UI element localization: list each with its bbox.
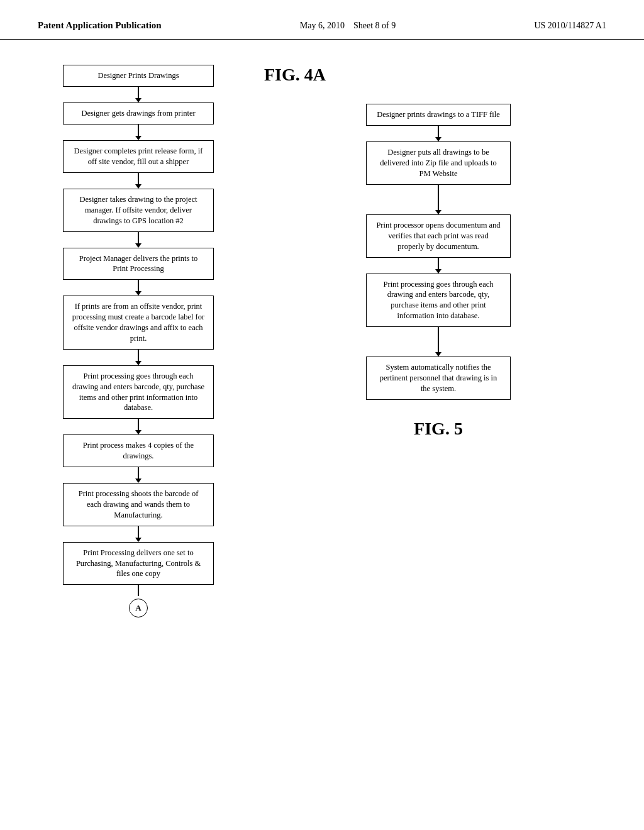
flow-box-8: Print processing shoots the barcode of e…	[63, 483, 214, 526]
arrow-2	[135, 173, 142, 189]
fig4a-label: FIG. 4A	[264, 65, 613, 85]
arrow-4	[135, 280, 142, 296]
flow-box-9: Print Processing delivers one set to Pur…	[63, 542, 214, 585]
fig5-label: FIG. 5	[414, 419, 463, 439]
circle-connector-a: A	[129, 599, 148, 617]
header-center: May 6, 2010 Sheet 8 of 9	[300, 19, 396, 33]
publication-date: May 6, 2010	[300, 21, 345, 30]
flow-box-3: Designer takes drawing to the project ma…	[63, 189, 214, 232]
arrow-8	[135, 526, 142, 542]
right-arrow-2	[435, 258, 441, 274]
arrow-9	[138, 585, 139, 596]
flow-box-0: Designer Prints Drawings	[63, 65, 214, 87]
right-arrow-0	[435, 126, 441, 141]
flow-box-7: Print process makes 4 copies of the draw…	[63, 434, 214, 467]
arrow-0	[135, 87, 142, 102]
right-flow-box-3: Print processing goes through each drawi…	[366, 274, 511, 328]
page-header: Patent Application Publication May 6, 20…	[0, 0, 644, 40]
publication-title: Patent Application Publication	[38, 20, 162, 30]
arrow-5	[135, 350, 142, 365]
flow-box-1: Designer gets drawings from printer	[63, 102, 214, 124]
left-flowchart: Designer Prints Drawings Designer gets d…	[31, 65, 245, 617]
right-section: FIG. 4A Designer prints drawings to a TI…	[245, 65, 613, 617]
flow-box-6: Print processing goes through each drawi…	[63, 365, 214, 419]
flow-box-4: Project Manager delivers the prints to P…	[63, 248, 214, 280]
right-arrow-3	[435, 327, 441, 357]
arrow-6	[135, 419, 142, 434]
right-arrow-1	[435, 185, 441, 214]
right-flow-box-0: Designer prints drawings to a TIFF file	[366, 104, 511, 126]
patent-number: US 2010/114827 A1	[534, 21, 606, 30]
flow-box-2: Designer completes print release form, i…	[63, 140, 214, 173]
arrow-1	[135, 124, 142, 140]
right-flow-box-1: Designer puts all drawings to be deliver…	[366, 141, 511, 185]
arrow-7	[135, 467, 142, 483]
right-flowchart: Designer prints drawings to a TIFF file …	[264, 104, 613, 399]
header-left: Patent Application Publication	[38, 19, 162, 32]
flow-box-5: If prints are from an offsite vendor, pr…	[63, 296, 214, 350]
header-right: US 2010/114827 A1	[534, 19, 606, 33]
arrow-3	[135, 232, 142, 248]
right-flow-box-4: System automatically notifies the pertin…	[366, 357, 511, 400]
main-content: Designer Prints Drawings Designer gets d…	[0, 40, 644, 630]
right-flow-box-2: Print processor opens documentum and ver…	[366, 214, 511, 258]
sheet-number: Sheet 8 of 9	[353, 21, 396, 30]
